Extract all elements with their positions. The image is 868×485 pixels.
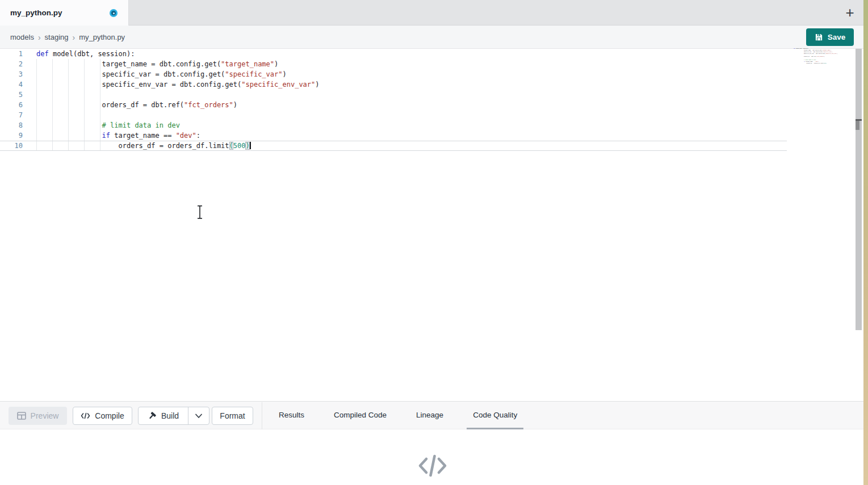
code-text: def model(dbt, session): bbox=[36, 49, 135, 59]
code-line[interactable]: 6 orders_df = dbt.ref("fct_orders") bbox=[0, 100, 787, 110]
hammer-icon bbox=[148, 411, 157, 420]
compile-button[interactable]: Compile bbox=[73, 407, 132, 425]
file-tab-bar: my_python.py + bbox=[0, 0, 863, 26]
line-number: 1 bbox=[0, 49, 23, 59]
file-tab-my-python[interactable]: my_python.py bbox=[0, 0, 129, 26]
code-line[interactable]: 8 # limit data in dev bbox=[0, 120, 787, 130]
build-button-label: Build bbox=[161, 411, 179, 420]
code-line[interactable]: 1def model(dbt, session): bbox=[0, 49, 787, 59]
scrollbar-thumb[interactable] bbox=[856, 121, 859, 130]
screen-edge-artifact bbox=[863, 0, 868, 485]
results-panel bbox=[0, 429, 863, 485]
code-text: # limit data in dev bbox=[36, 120, 180, 130]
format-button-label: Format bbox=[220, 411, 245, 420]
code-line[interactable]: 10 orders_df = orders_df.limit(500) bbox=[0, 141, 787, 151]
code-placeholder-icon bbox=[417, 453, 448, 479]
text-caret bbox=[250, 142, 251, 149]
breadcrumb-bar: models › staging › my_python.py bbox=[0, 26, 863, 49]
code-text: specific_env_var = dbt.config.get("speci… bbox=[36, 79, 320, 90]
bottom-toolbar: Preview Compile Build bbox=[0, 401, 863, 429]
line-number: 9 bbox=[0, 130, 23, 141]
toolbar-divider bbox=[262, 402, 262, 429]
code-editor[interactable]: 1def model(dbt, session):2 target_name =… bbox=[0, 49, 863, 401]
build-split-button: Build bbox=[138, 407, 209, 425]
breadcrumb-item-models[interactable]: models bbox=[10, 33, 34, 41]
code-line[interactable]: 5 bbox=[0, 90, 787, 100]
breadcrumb-item-staging[interactable]: staging bbox=[45, 33, 69, 41]
line-number: 4 bbox=[0, 79, 23, 90]
tab-lineage[interactable]: Lineage bbox=[410, 402, 450, 429]
code-text: if target_name == "dev": bbox=[36, 130, 200, 141]
new-tab-button[interactable]: + bbox=[841, 3, 859, 22]
code-text: specific_var = dbt.config.get("specific_… bbox=[36, 69, 287, 79]
preview-button-label: Preview bbox=[31, 411, 59, 420]
minimap-code: def model(dbt, session): target_name = d… bbox=[794, 48, 801, 64]
tab-code-quality[interactable]: Code Quality bbox=[467, 402, 523, 429]
code-text: target_name = dbt.config.get("target_nam… bbox=[36, 59, 278, 69]
code-line[interactable]: 4 specific_env_var = dbt.config.get("spe… bbox=[0, 79, 787, 90]
chevron-right-icon: › bbox=[73, 33, 76, 42]
build-options-dropdown-button[interactable] bbox=[188, 407, 209, 424]
line-number: 10 bbox=[0, 141, 23, 151]
chevron-right-icon: › bbox=[38, 33, 41, 42]
line-number: 3 bbox=[0, 69, 23, 79]
line-number: 8 bbox=[0, 120, 23, 130]
line-number: 7 bbox=[0, 110, 23, 120]
chevron-down-icon bbox=[195, 414, 203, 419]
text-cursor-pointer-icon bbox=[196, 204, 204, 220]
code-text: orders_df = orders_df.limit(500) bbox=[36, 141, 251, 151]
save-button[interactable]: Save bbox=[806, 28, 854, 46]
build-button[interactable]: Build bbox=[139, 407, 188, 424]
tab-compiled-code[interactable]: Compiled Code bbox=[328, 402, 393, 429]
code-line[interactable]: 9 if target_name == "dev": bbox=[0, 130, 787, 141]
breadcrumb-item-file[interactable]: my_python.py bbox=[79, 33, 125, 41]
dbt-cloud-ide: my_python.py + models › staging › my_pyt… bbox=[0, 0, 868, 485]
file-tab-title: my_python.py bbox=[10, 9, 62, 17]
save-button-label: Save bbox=[828, 33, 846, 41]
code-lines: 1def model(dbt, session):2 target_name =… bbox=[0, 49, 787, 151]
tab-results[interactable]: Results bbox=[272, 402, 311, 429]
table-grid-icon bbox=[17, 412, 26, 420]
unsaved-changes-dot-icon bbox=[110, 9, 118, 17]
code-line[interactable]: 7 bbox=[0, 110, 787, 120]
line-number: 5 bbox=[0, 90, 23, 100]
format-button[interactable]: Format bbox=[212, 407, 253, 425]
panel-tab-list: Results Compiled Code Lineage Code Quali… bbox=[272, 402, 523, 429]
code-icon bbox=[81, 412, 90, 419]
code-text: orders_df = dbt.ref("fct_orders") bbox=[36, 100, 237, 110]
compile-button-label: Compile bbox=[95, 411, 124, 420]
breadcrumb: models › staging › my_python.py bbox=[10, 26, 125, 49]
vertical-scrollbar[interactable] bbox=[856, 49, 862, 330]
minimap[interactable]: def model(dbt, session): target_name = d… bbox=[794, 48, 842, 67]
line-number: 2 bbox=[0, 59, 23, 69]
code-line[interactable]: 3 specific_var = dbt.config.get("specifi… bbox=[0, 69, 787, 79]
code-line[interactable]: 2 target_name = dbt.config.get("target_n… bbox=[0, 59, 787, 69]
floppy-disk-icon bbox=[815, 33, 823, 41]
preview-button[interactable]: Preview bbox=[9, 407, 67, 425]
line-number: 6 bbox=[0, 100, 23, 110]
